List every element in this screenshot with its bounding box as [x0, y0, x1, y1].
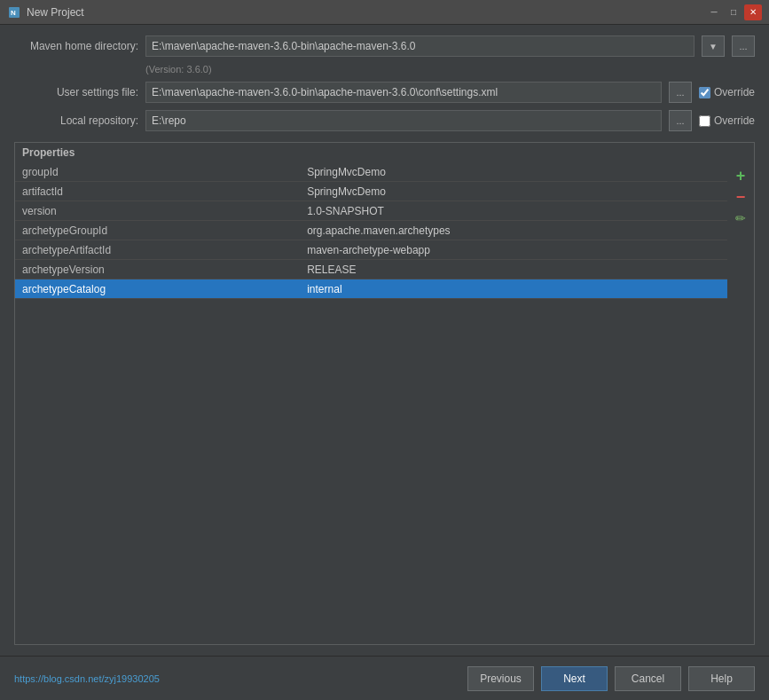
cancel-button[interactable]: Cancel [615, 666, 681, 691]
properties-table: groupId SpringMvcDemo artifactId SpringM… [15, 162, 727, 644]
user-settings-override-text: Override [714, 86, 755, 98]
local-repo-override-checkbox[interactable] [699, 115, 710, 127]
edit-property-button[interactable]: ✏ [731, 208, 750, 228]
local-repo-label: Local repository: [14, 114, 138, 127]
local-repo-row: Local repository: ... Override [14, 110, 755, 131]
dialog-content: Maven home directory: ▼ ... (Version: 3.… [0, 25, 769, 656]
new-project-dialog: N New Project ─ □ ✕ Maven home directory… [0, 0, 769, 700]
local-repo-override-text: Override [714, 114, 755, 127]
status-url: https://blog.csdn.net/zyj19930205 [14, 673, 460, 684]
properties-section: Properties groupId SpringMvcDemo artifac… [14, 142, 755, 645]
table-row[interactable]: groupId SpringMvcDemo [15, 162, 727, 182]
maven-home-row: Maven home directory: ▼ ... [14, 35, 755, 57]
title-bar: N New Project ─ □ ✕ [0, 0, 769, 25]
maven-home-dropdown-button[interactable]: ▼ [702, 35, 725, 57]
previous-button[interactable]: Previous [467, 666, 534, 691]
svg-text:N: N [11, 9, 16, 17]
app-icon: N [7, 5, 21, 20]
next-button[interactable]: Next [541, 666, 608, 691]
table-row[interactable]: archetypeGroupId org.apache.maven.archet… [15, 221, 727, 240]
close-button[interactable]: ✕ [744, 4, 762, 20]
remove-property-button[interactable]: − [731, 187, 750, 207]
maven-home-input[interactable] [145, 35, 694, 57]
table-row[interactable]: archetypeArtifactId maven-archetype-weba… [15, 240, 727, 260]
user-settings-row: User settings file: ... Override [14, 82, 755, 103]
maven-home-label: Maven home directory: [14, 40, 138, 52]
minimize-button[interactable]: ─ [705, 4, 723, 20]
user-settings-override-label[interactable]: Override [699, 86, 755, 98]
help-button[interactable]: Help [688, 666, 755, 691]
properties-container: groupId SpringMvcDemo artifactId SpringM… [15, 162, 754, 644]
local-repo-browse-button[interactable]: ... [669, 110, 692, 131]
properties-side-buttons: + − ✏ [727, 162, 754, 644]
properties-header: Properties [15, 143, 754, 162]
user-settings-input[interactable] [145, 82, 662, 103]
user-settings-label: User settings file: [14, 86, 138, 98]
table-row-selected[interactable]: archetypeCatalog internal [15, 279, 727, 299]
window-title: New Project [27, 6, 705, 19]
maven-version-text: (Version: 3.6.0) [145, 64, 755, 75]
local-repo-input[interactable] [145, 110, 662, 131]
table-row[interactable]: version 1.0-SNAPSHOT [15, 201, 727, 221]
user-settings-browse-button[interactable]: ... [669, 82, 692, 103]
window-controls: ─ □ ✕ [705, 4, 762, 20]
local-repo-override-label[interactable]: Override [699, 114, 755, 127]
add-property-button[interactable]: + [731, 166, 750, 185]
table-row[interactable]: artifactId SpringMvcDemo [15, 182, 727, 201]
maven-home-browse-button[interactable]: ... [732, 35, 755, 57]
table-row[interactable]: archetypeVersion RELEASE [15, 260, 727, 279]
maximize-button[interactable]: □ [725, 4, 742, 20]
user-settings-override-checkbox[interactable] [699, 87, 710, 98]
bottom-bar: https://blog.csdn.net/zyj19930205 Previo… [0, 656, 769, 700]
